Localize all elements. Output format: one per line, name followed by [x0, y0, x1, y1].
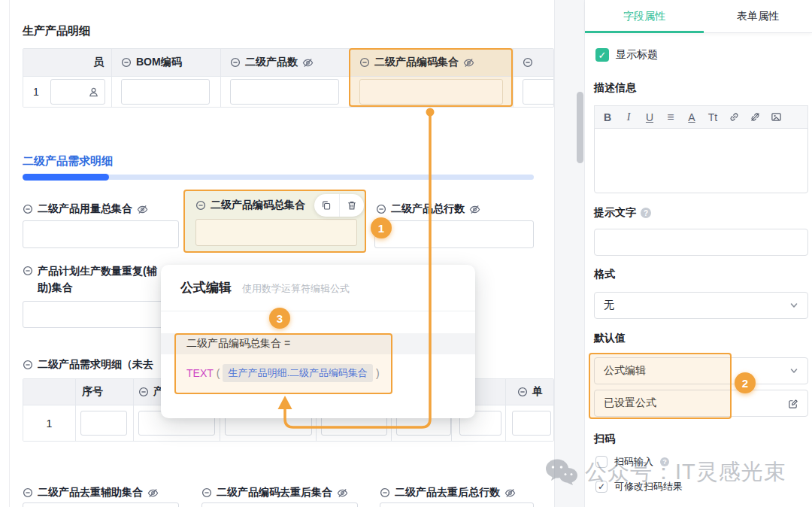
circle-dash-icon: [230, 57, 241, 68]
help-icon: ?: [641, 208, 651, 218]
hint-label-row: 提示文字 ?: [594, 206, 651, 220]
dedup-rows-input[interactable]: [380, 502, 534, 507]
circle-dash-icon: [121, 57, 132, 68]
scan-input-row: 扫码输入 ?: [595, 455, 669, 469]
unlink-icon: [750, 111, 761, 123]
circle-dash-icon: [523, 57, 533, 68]
table1-col-bom: BOM编码: [112, 49, 221, 76]
unlink-button[interactable]: [745, 106, 765, 128]
total-rows-input[interactable]: [374, 220, 534, 248]
vertical-scrollbar-thumb[interactable]: [577, 92, 583, 163]
table1-cell-codeset: [350, 77, 514, 107]
codeset-input[interactable]: [359, 79, 503, 105]
table2-cell-8: [506, 405, 553, 441]
formula-field-chip[interactable]: 生产产品明细.二级产品编码集合: [223, 364, 373, 382]
cell-input[interactable]: [512, 411, 551, 436]
chevron-down-icon: [789, 366, 798, 375]
next-input[interactable]: [523, 79, 554, 105]
edit-formula-icon[interactable]: [787, 398, 798, 409]
description-label: 描述信息: [594, 81, 636, 95]
subform-table-production: 员 BOM编码 二级产品数 二级产品编码集合 1: [23, 48, 554, 108]
table1-title: 生产产品明细: [23, 24, 90, 38]
table1-col-count: 二级产品数: [221, 49, 350, 76]
scan-label: 扫码: [594, 433, 615, 446]
table2-cell-seq: [76, 405, 134, 441]
field-label-total-rows: 二级产品总行数: [376, 202, 480, 216]
table1-header-row: 员 BOM编码 二级产品数 二级产品编码集合: [23, 49, 553, 77]
paren-close: ): [376, 367, 380, 379]
eye-off-icon: [504, 487, 516, 499]
progress-fill: [23, 174, 109, 181]
font-size-button[interactable]: Tt: [703, 106, 723, 128]
table1-row: 1: [23, 77, 553, 107]
insert-image-button[interactable]: [766, 106, 786, 128]
copy-field-button[interactable]: [314, 194, 340, 217]
plan-qty-set-input[interactable]: [23, 301, 179, 328]
circle-dash-icon: [23, 266, 33, 276]
default-value-select[interactable]: 公式编辑: [594, 357, 808, 384]
field-action-pill: [314, 194, 364, 217]
count-input[interactable]: [230, 79, 339, 105]
link-icon: [729, 111, 740, 123]
scan-editable-row: ✓ 可修改扫码结果: [595, 480, 683, 493]
underline-button[interactable]: U: [640, 106, 659, 128]
formula-target-text: 二级产品编码总集合 =: [186, 337, 290, 351]
canvas-left-edge: [9, 0, 10, 507]
field-label-plan-qty-set: 产品计划生产数量重复(辅助)集合: [23, 263, 170, 296]
table1-cell-member: 1: [23, 77, 112, 107]
dedup-aux-input[interactable]: [23, 502, 179, 507]
tab-field-properties[interactable]: 字段属性: [585, 0, 704, 32]
usage-set-input[interactable]: [23, 220, 179, 248]
active-tab-underline: [585, 31, 704, 33]
tab-form-properties[interactable]: 表单属性: [704, 0, 812, 32]
popup-title: 公式编辑: [180, 279, 232, 296]
table1-col-next: [514, 49, 553, 76]
description-textarea[interactable]: [594, 128, 808, 193]
align-button[interactable]: ≡: [661, 106, 680, 128]
circle-dash-icon: [380, 487, 390, 498]
richtext-toolbar: B I U ≡ A Tt: [594, 105, 808, 128]
trash-icon: [347, 200, 357, 211]
font-color-button[interactable]: A: [682, 106, 701, 128]
table2-cell-rownum: 1: [23, 405, 76, 441]
selected-field-codeset-total[interactable]: 二级产品编码总集合: [183, 190, 366, 253]
italic-button[interactable]: I: [619, 106, 638, 128]
circle-dash-icon: [138, 387, 149, 397]
code-dedup-input[interactable]: [201, 502, 358, 507]
scan-editable-checkbox[interactable]: ✓: [595, 481, 607, 493]
bold-button[interactable]: B: [598, 106, 617, 128]
show-title-label: 显示标题: [616, 48, 658, 62]
form-builder-app: 生产产品明细 员 BOM编码 二级产品数 二级产品编码集合: [0, 0, 812, 507]
hint-input[interactable]: [594, 229, 808, 256]
chevron-down-icon: [789, 301, 798, 310]
table2-col-unit: 单: [506, 379, 553, 405]
scan-input-checkbox[interactable]: [595, 456, 607, 468]
field-label-dedup-total-rows: 二级产品去重后总行数: [380, 486, 516, 499]
circle-dash-icon: [376, 204, 386, 214]
formula-expression[interactable]: TEXT ( 生产产品明细.二级产品编码集合 ): [186, 364, 380, 382]
format-select[interactable]: 无: [594, 292, 808, 319]
default-value-label: 默认值: [594, 332, 626, 345]
popup-subtitle: 使用数学运算符编辑公式: [242, 282, 350, 296]
table1-cell-count: [221, 77, 350, 107]
eye-off-icon: [337, 487, 348, 499]
codeset-total-input[interactable]: [195, 219, 357, 246]
circle-dash-icon: [201, 487, 212, 498]
delete-field-button[interactable]: [340, 194, 365, 217]
show-title-checkbox[interactable]: ✓: [595, 48, 609, 62]
panel-tabs: 字段属性 表单属性: [585, 0, 812, 33]
eye-off-icon: [302, 57, 314, 68]
show-title-row: ✓ 显示标题: [595, 48, 658, 62]
table1-cell-next: [514, 77, 554, 107]
paren-open: (: [217, 367, 220, 379]
circle-dash-icon: [23, 204, 33, 214]
properties-panel: 字段属性 表单属性 ✓ 显示标题 描述信息 B I U ≡ A Tt 提示文字: [585, 0, 812, 507]
member-input[interactable]: [50, 79, 105, 105]
field-label-code-dedup-set: 二级产品编码去重后集合: [201, 486, 348, 499]
seq-input[interactable]: [80, 411, 127, 436]
link-button[interactable]: [724, 106, 744, 128]
section2-title: 二级产品需求明细: [23, 154, 113, 168]
canvas-panel-gap: [554, 0, 585, 507]
bom-input[interactable]: [121, 79, 210, 105]
scan-input-label: 扫码输入: [614, 455, 653, 469]
